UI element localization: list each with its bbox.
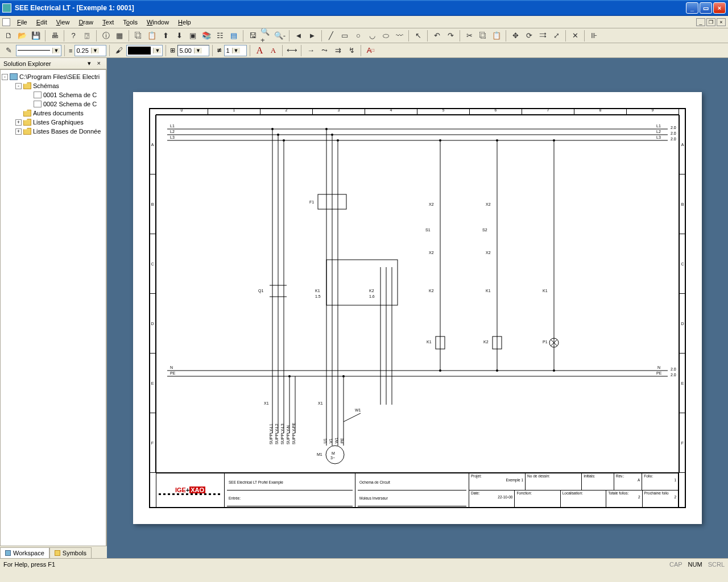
status-cap: CAP — [669, 561, 682, 568]
explorer-tree[interactable]: -C:\Program Files\SEE Electri -Schémas00… — [0, 69, 106, 549]
tab-workspace[interactable]: Workspace — [0, 547, 49, 558]
rect-button[interactable]: ▭ — [338, 30, 351, 42]
toolbar-properties: ✎ ▼ ≡ 0.25▼ 🖌 ▼ ⊞ 5.00▼ ≢ 1▼ A A ⟷ → ⤳ ⇉… — [0, 43, 728, 58]
paste-button[interactable]: 📋 — [146, 30, 158, 42]
menu-view[interactable]: View — [52, 18, 75, 27]
open-button[interactable]: 📂 — [16, 30, 28, 42]
component-button[interactable]: ▣ — [187, 30, 199, 42]
database-button[interactable]: ☷ — [214, 30, 226, 42]
info-button[interactable]: ⓘ — [100, 30, 112, 42]
menu-window[interactable]: Window — [142, 18, 173, 27]
line-button[interactable]: ╱ — [325, 30, 337, 42]
line-width-combo[interactable]: 0.25▼ — [75, 45, 106, 56]
circle-button[interactable]: ○ — [352, 30, 365, 42]
zoom-in-button[interactable]: 🔍+ — [260, 30, 272, 42]
paste2-button[interactable]: 📋 — [490, 30, 503, 42]
wire-1-button[interactable]: → — [304, 44, 317, 57]
menu-tools[interactable]: Tools — [118, 18, 142, 27]
menu-file[interactable]: File — [13, 18, 32, 27]
app-icon — [2, 3, 11, 13]
title-block: IGE+XAO SEE Electrical LT Profel Example… — [156, 473, 679, 508]
copy2-button[interactable]: ⿻ — [477, 30, 489, 42]
copy-button[interactable]: ⿻ — [132, 30, 144, 42]
move-button[interactable]: ✥ — [509, 30, 522, 42]
mirror-button[interactable]: ⮆ — [536, 30, 549, 42]
tb-project-title: SEE Electrical LT Profel Example — [227, 475, 353, 490]
print-button[interactable]: 🖶 — [48, 30, 61, 42]
polyline-button[interactable]: 〰 — [393, 30, 406, 42]
save-as-button[interactable]: 🖫 — [246, 30, 259, 42]
drawing-canvas[interactable]: 0123456789 ABCDEF ABCDEF L1 L2 L3 L1 L2 … — [107, 58, 728, 558]
delete-button[interactable]: ✕ — [569, 30, 581, 42]
dim-horiz-button[interactable]: ⟷ — [286, 44, 298, 57]
main-area: Solution Explorer ▾ × -C:\Program Files\… — [0, 58, 728, 558]
wire-3-button[interactable]: ⇉ — [332, 44, 344, 57]
arrow-up-button[interactable]: ⬆ — [159, 30, 172, 42]
tree-root[interactable]: -C:\Program Files\SEE Electri — [2, 72, 105, 81]
tree-node[interactable]: +Listes Bases de Donnée — [2, 127, 105, 136]
new-button[interactable]: 🗋 — [2, 30, 15, 42]
sidebar-tabs: Workspace Symbols — [0, 546, 107, 558]
tree-node[interactable]: 0002 Schema de C — [2, 99, 105, 109]
undo-button[interactable]: ↶ — [431, 30, 443, 42]
menu-draw[interactable]: Draw — [74, 18, 98, 27]
minimize-button[interactable]: _ — [686, 2, 698, 14]
line-style-combo[interactable]: ▼ — [16, 45, 61, 56]
drawing-sheet: 0123456789 ABCDEF ABCDEF L1 L2 L3 L1 L2 … — [133, 92, 702, 524]
mdi-close[interactable]: × — [717, 18, 726, 26]
mdi-minimize[interactable]: _ — [696, 18, 705, 26]
save-button[interactable]: 💾 — [30, 30, 42, 42]
row-headers-left: ABCDEF — [149, 115, 156, 473]
grid-combo[interactable]: 5.00▼ — [177, 45, 209, 56]
scale-button[interactable]: ⤢ — [550, 30, 562, 42]
zoom-out-button[interactable]: 🔍- — [274, 30, 286, 42]
menu-help[interactable]: Help — [173, 18, 196, 27]
explorer-pin-icon[interactable]: ▾ — [85, 60, 93, 66]
text-place-button[interactable]: A□ — [364, 44, 377, 57]
tree-node[interactable]: Autres documents — [2, 109, 105, 118]
menu-text[interactable]: Text — [98, 18, 118, 27]
tree-node[interactable]: 0001 Schema de C — [2, 90, 105, 99]
prev-button[interactable]: ◄ — [292, 30, 305, 42]
arrow-down-button[interactable]: ⬇ — [173, 30, 185, 42]
menu-edit[interactable]: Edit — [32, 18, 52, 27]
align-button[interactable]: ⊪ — [588, 30, 600, 42]
lineweight-icon: ≡ — [68, 47, 73, 54]
color-swatch — [128, 47, 151, 55]
library-button[interactable]: 📚 — [200, 30, 213, 42]
redo-button[interactable]: ↷ — [444, 30, 457, 42]
text-large-button[interactable]: A — [253, 44, 266, 57]
status-bar: For Help, press F1 CAP NUM SCRL — [0, 558, 728, 569]
mdi-controls: _ ❐ × — [696, 18, 726, 26]
rotate-button[interactable]: ⟳ — [523, 30, 535, 42]
ellipse-button[interactable]: ⬭ — [379, 30, 392, 42]
explorer-close-icon[interactable]: × — [95, 60, 103, 66]
close-button[interactable]: × — [713, 2, 726, 14]
tree-node[interactable]: +Listes Graphiques — [2, 118, 105, 127]
grid-icon: ⊞ — [169, 47, 176, 54]
pen-icon[interactable]: ✎ — [2, 44, 15, 57]
arc-button[interactable]: ◡ — [366, 30, 378, 42]
next-button[interactable]: ► — [306, 30, 318, 42]
fill-icon[interactable]: 🖌 — [113, 44, 125, 57]
hatch-combo[interactable]: 1▼ — [224, 45, 247, 56]
color-combo[interactable]: ▼ — [126, 45, 163, 56]
window-title: SEE Electrical LT - [Exemple 1: 0001] — [15, 4, 685, 12]
text-small-button[interactable]: A — [267, 44, 279, 57]
tab-symbols[interactable]: Symbols — [49, 547, 92, 558]
explorer-title: Solution Explorer — [3, 60, 51, 67]
title-bar: SEE Electrical LT - [Exemple 1: 0001] _ … — [0, 0, 728, 16]
wire-2-button[interactable]: ⤳ — [318, 44, 330, 57]
tb-logo: IGE+XAO — [156, 473, 225, 508]
select-button[interactable]: ↖ — [412, 30, 424, 42]
help-context-button[interactable]: ? — [67, 30, 80, 42]
symbol-button[interactable]: ▤ — [228, 30, 240, 42]
grid-button[interactable]: ▦ — [113, 30, 126, 42]
status-scrl: SCRL — [708, 561, 725, 568]
whats-this-button[interactable]: ⍰ — [81, 30, 93, 42]
mdi-restore[interactable]: ❐ — [706, 18, 715, 26]
tree-node[interactable]: -Schémas — [2, 81, 105, 90]
wire-4-button[interactable]: ↯ — [345, 44, 358, 57]
cut-button[interactable]: ✂ — [463, 30, 475, 42]
maximize-button[interactable]: ▭ — [700, 2, 712, 14]
